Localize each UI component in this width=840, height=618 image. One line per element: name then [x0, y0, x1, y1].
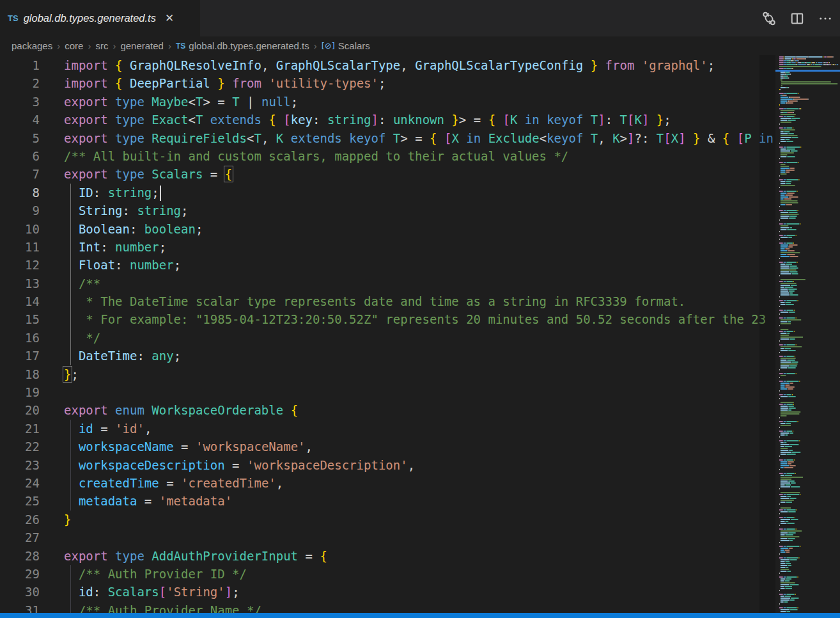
- breadcrumb-separator: ›: [57, 40, 60, 51]
- minimap[interactable]: [775, 56, 840, 613]
- more-actions-icon[interactable]: [816, 9, 835, 28]
- breadcrumb: packages › core › src › generated › TS g…: [0, 36, 840, 55]
- code-line-row[interactable]: 8 ID: string;: [0, 184, 775, 202]
- breadcrumb-separator: ›: [88, 40, 91, 51]
- line-number: 14: [0, 292, 40, 310]
- indent-guide: [70, 184, 71, 365]
- breadcrumb-packages[interactable]: packages: [12, 40, 52, 51]
- code-line-row[interactable]: 11 Int: number;: [0, 238, 775, 256]
- line-number: 13: [0, 274, 40, 292]
- line-number: 11: [0, 238, 40, 256]
- code-line-row[interactable]: 2import { DeepPartial } from 'utility-ty…: [0, 74, 775, 92]
- code-line-row[interactable]: 18};: [0, 365, 775, 383]
- code-line[interactable]: metadata = 'metadata': [64, 492, 232, 510]
- code-line[interactable]: }: [64, 511, 71, 528]
- line-number: 27: [0, 528, 40, 546]
- code-line[interactable]: export enum WorkspaceOrderable {: [64, 401, 298, 419]
- code-line[interactable]: createdTime = 'createdTime',: [64, 474, 283, 492]
- code-line-row[interactable]: 4export type Exact<T extends { [key: str…: [0, 111, 775, 129]
- typescript-file-icon: TS: [176, 42, 185, 51]
- code-line[interactable]: /** All built-in and custom scalars, map…: [64, 147, 568, 165]
- tab-global-db-types[interactable]: TS global.db.types.generated.ts ✕: [0, 0, 200, 36]
- code-line[interactable]: import { GraphQLResolveInfo, GraphQLScal…: [64, 56, 715, 74]
- code-line-row[interactable]: 17 DateTime: any;: [0, 347, 775, 365]
- code-line-row[interactable]: 29 /** Auth Provider ID */: [0, 565, 775, 583]
- code-line[interactable]: ID: string;: [64, 184, 161, 202]
- line-number: 22: [0, 438, 40, 456]
- line-number: 21: [0, 420, 40, 438]
- code-line-row[interactable]: 23 workspaceDescription = 'workspaceDesc…: [0, 456, 775, 474]
- code-line[interactable]: /**: [64, 274, 100, 292]
- code-line-row[interactable]: 20export enum WorkspaceOrderable {: [0, 401, 775, 419]
- line-number: 25: [0, 492, 40, 510]
- breadcrumb-src[interactable]: src: [95, 40, 108, 51]
- line-number: 15: [0, 310, 40, 328]
- code-line-row[interactable]: 28export type AddAuthProviderInput = {: [0, 547, 775, 565]
- line-number: 28: [0, 547, 40, 565]
- code-line[interactable]: /** Auth Provider ID */: [64, 565, 247, 583]
- code-line[interactable]: import { DeepPartial } from 'utility-typ…: [64, 74, 385, 92]
- code-line-row[interactable]: 12 Float: number;: [0, 256, 775, 274]
- editor-actions: [759, 0, 835, 36]
- code-line[interactable]: String: string;: [64, 202, 189, 219]
- code-line[interactable]: workspaceDescription = 'workspaceDescrip…: [64, 456, 415, 474]
- code-line-row[interactable]: 31 /** Auth Provider Name */: [0, 601, 775, 613]
- line-number: 6: [0, 147, 40, 165]
- code-line[interactable]: DateTime: any;: [64, 347, 181, 365]
- text-cursor: [160, 186, 161, 201]
- code-line[interactable]: };: [64, 365, 79, 383]
- vertical-scrollbar[interactable]: [759, 55, 775, 613]
- code-line-row[interactable]: 1import { GraphQLResolveInfo, GraphQLSca…: [0, 56, 775, 74]
- breadcrumb-separator: ›: [314, 40, 317, 51]
- breadcrumb-symbol-scalars[interactable]: Scalars: [338, 40, 370, 51]
- breadcrumb-generated[interactable]: generated: [120, 40, 164, 51]
- code-lines[interactable]: 1import { GraphQLResolveInfo, GraphQLSca…: [0, 56, 775, 613]
- breadcrumb-filename[interactable]: global.db.types.generated.ts: [189, 40, 309, 51]
- code-line-row[interactable]: 24 createdTime = 'createdTime',: [0, 474, 775, 492]
- line-number: 8: [0, 184, 40, 202]
- code-line-row[interactable]: 21 id = 'id',: [0, 420, 775, 438]
- code-line[interactable]: export type RequireFields<T, K extends k…: [64, 129, 774, 147]
- code-line-row[interactable]: 3export type Maybe<T> = T | null;: [0, 93, 775, 111]
- code-line-row[interactable]: 30 id: Scalars['String'];: [0, 583, 775, 601]
- code-line[interactable]: export type Maybe<T> = T | null;: [64, 93, 298, 111]
- code-line[interactable]: id = 'id',: [64, 420, 152, 438]
- code-line[interactable]: Boolean: boolean;: [64, 220, 203, 238]
- code-line[interactable]: workspaceName = 'workspaceName',: [64, 438, 313, 456]
- code-line-row[interactable]: 22 workspaceName = 'workspaceName',: [0, 438, 775, 456]
- code-line-row[interactable]: 19: [0, 383, 775, 401]
- code-line-row[interactable]: 6/** All built-in and custom scalars, ma…: [0, 147, 775, 165]
- split-editor-icon[interactable]: [788, 9, 807, 28]
- code-line-row[interactable]: 14 * The DateTime scalar type represents…: [0, 292, 775, 310]
- code-line-row[interactable]: 25 metadata = 'metadata': [0, 492, 775, 510]
- open-changes-icon[interactable]: [759, 9, 779, 28]
- status-bar-sliver: [0, 613, 840, 618]
- breadcrumb-core[interactable]: core: [65, 40, 83, 51]
- code-line[interactable]: * The DateTime scalar type represents da…: [64, 292, 685, 310]
- code-line[interactable]: Int: number;: [64, 238, 166, 256]
- code-line[interactable]: /** Auth Provider Name */: [64, 601, 261, 613]
- code-line-row[interactable]: 5export type RequireFields<T, K extends …: [0, 129, 775, 147]
- code-line-row[interactable]: 15 * For example: "1985-04-12T23:20:50.5…: [0, 310, 775, 328]
- code-line[interactable]: * For example: "1985-04-12T23:20:50.52Z"…: [64, 310, 766, 328]
- code-editor[interactable]: 1import { GraphQLResolveInfo, GraphQLSca…: [0, 55, 840, 613]
- line-number: 2: [0, 74, 40, 92]
- code-line[interactable]: export type Scalars = {: [64, 165, 232, 183]
- code-line-row[interactable]: 9 String: string;: [0, 202, 775, 219]
- code-line[interactable]: export type AddAuthProviderInput = {: [64, 547, 327, 565]
- code-line-row[interactable]: 27: [0, 528, 775, 546]
- indent-guide: [70, 565, 71, 613]
- code-line[interactable]: Float: number;: [64, 256, 181, 274]
- code-line[interactable]: id: Scalars['String'];: [64, 583, 240, 601]
- code-line-row[interactable]: 7export type Scalars = {: [0, 165, 775, 183]
- line-number: 19: [0, 383, 40, 401]
- close-tab-icon[interactable]: ✕: [164, 12, 175, 25]
- code-line[interactable]: */: [64, 329, 100, 347]
- code-line-row[interactable]: 13 /**: [0, 274, 775, 292]
- line-number: 1: [0, 56, 40, 74]
- code-line-row[interactable]: 26}: [0, 511, 775, 528]
- type-symbol-icon: [⊘]: [322, 41, 335, 51]
- code-line-row[interactable]: 10 Boolean: boolean;: [0, 220, 775, 238]
- code-line[interactable]: export type Exact<T extends { [key: stri…: [64, 111, 671, 129]
- code-line-row[interactable]: 16 */: [0, 329, 775, 347]
